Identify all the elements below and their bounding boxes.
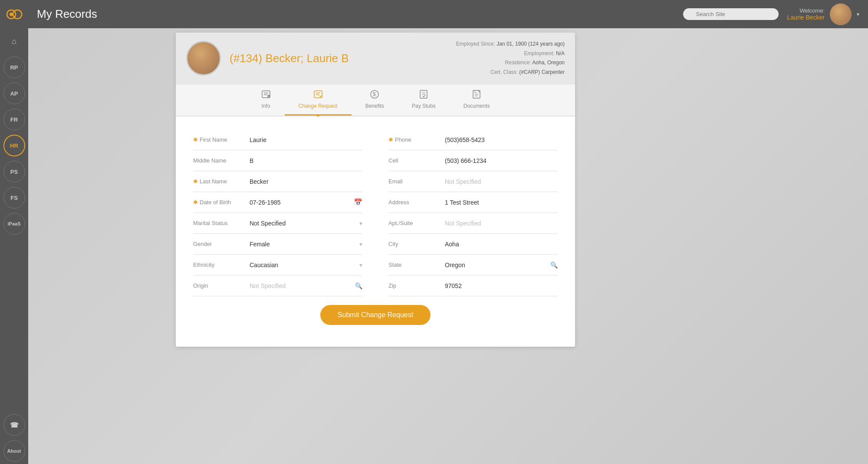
form-row-state: State Oregon 🔍 — [388, 255, 558, 275]
marital-status-dropdown[interactable]: ▾ — [359, 220, 362, 227]
tab-change-request[interactable]: Change Request — [285, 84, 352, 116]
form-row-zip: Zip 97052 — [388, 275, 558, 296]
form-left-column: ✱First Name Laurie Middle Name B ✱Last N… — [193, 129, 362, 296]
sidebar-item-home[interactable]: ⌂ — [3, 30, 25, 52]
welcome-text: Welcome: Laurie Becker — [787, 7, 825, 21]
address-value[interactable]: 1 Test Street — [445, 199, 558, 206]
profile-avatar — [186, 41, 221, 76]
sidebar-item-fr[interactable]: FR — [3, 109, 25, 130]
tab-pay-stubs-label: Pay Stubs — [412, 103, 436, 109]
tab-documents[interactable]: Documents — [450, 84, 504, 116]
submit-area: Submit Change Request — [193, 296, 558, 338]
user-name: Laurie Becker — [787, 14, 825, 21]
sidebar-item-ap[interactable]: AP — [3, 83, 25, 104]
form-row-city: City Aoha — [388, 234, 558, 255]
state-search-icon[interactable]: 🔍 — [550, 262, 558, 268]
sidebar-item-ps[interactable]: PS — [3, 161, 25, 182]
form-row-phone: ✱Phone (503)658-5423 — [388, 129, 558, 150]
logo-icon — [6, 6, 23, 23]
svg-point-2 — [13, 10, 22, 19]
profile-header: (#134) Becker; Laurie B Employed Since: … — [176, 33, 575, 84]
profile-name-section: (#134) Becker; Laurie B — [230, 52, 349, 65]
tab-change-request-label: Change Request — [299, 103, 338, 109]
form-row-dob: ✱Date of Birth 07-26-1985 📅 — [193, 192, 362, 213]
phone-value[interactable]: (503)658-5423 — [445, 136, 558, 143]
origin-search-icon[interactable]: 🔍 — [355, 282, 362, 289]
tab-bar: Info Change Request $ Benefits — [176, 84, 575, 116]
profile-name: (#134) Becker; Laurie B — [230, 52, 349, 65]
form-area: ✱First Name Laurie Middle Name B ✱Last N… — [176, 116, 575, 347]
search-container: 🔍 — [683, 8, 779, 20]
apt-suite-value[interactable]: Not Specified — [445, 220, 558, 227]
origin-value[interactable]: Not Specified — [250, 282, 355, 289]
first-name-value[interactable]: Laurie — [250, 136, 362, 143]
form-row-gender: Gender Female ▾ — [193, 234, 362, 255]
middle-name-value[interactable]: B — [250, 157, 362, 164]
logo-button[interactable] — [0, 0, 28, 28]
pay-stubs-icon — [419, 89, 428, 101]
profile-meta: Employed Since: Jan 01, 1900 (124 years … — [456, 40, 565, 77]
info-icon — [261, 89, 271, 101]
form-row-origin: Origin Not Specified 🔍 — [193, 275, 362, 296]
form-row-last-name: ✱Last Name Becker — [193, 171, 362, 192]
form-row-apt-suite: Apt./Suite Not Specified — [388, 213, 558, 234]
sidebar-item-phone[interactable]: ☎ — [3, 414, 25, 436]
cell-value[interactable]: (503) 666-1234 — [445, 157, 558, 164]
form-row-first-name: ✱First Name Laurie — [193, 129, 362, 150]
marital-status-value[interactable]: Not Specified — [250, 220, 359, 227]
documents-icon — [472, 89, 481, 101]
page-title: My Records — [37, 7, 683, 21]
app-header: My Records 🔍 Welcome: Laurie Becker ▾ — [28, 0, 868, 28]
tab-pay-stubs[interactable]: Pay Stubs — [398, 84, 450, 116]
gender-value[interactable]: Female — [250, 241, 359, 248]
record-card: (#134) Becker; Laurie B Employed Since: … — [176, 33, 575, 347]
main-content: My Records 🔍 Welcome: Laurie Becker ▾ — [28, 0, 868, 464]
tab-info[interactable]: Info — [247, 84, 285, 116]
email-value[interactable]: Not Specified — [445, 178, 558, 185]
tab-benefits-label: Benefits — [365, 103, 384, 109]
content-area: (#134) Becker; Laurie B Employed Since: … — [28, 28, 868, 464]
form-right-column: ✱Phone (503)658-5423 Cell (503) 666-1234… — [388, 129, 558, 296]
form-grid: ✱First Name Laurie Middle Name B ✱Last N… — [193, 129, 558, 296]
calendar-icon[interactable]: 📅 — [354, 198, 362, 206]
benefits-icon: $ — [370, 89, 379, 101]
submit-change-request-button[interactable]: Submit Change Request — [320, 305, 431, 325]
gender-dropdown[interactable]: ▾ — [359, 241, 362, 248]
last-name-value[interactable]: Becker — [250, 178, 362, 185]
sidebar-item-hr[interactable]: HR — [3, 135, 25, 156]
city-value[interactable]: Aoha — [445, 241, 558, 248]
tab-info-label: Info — [262, 103, 270, 109]
form-row-ethnicity: Ethnicity Caucasian ▾ — [193, 255, 362, 275]
ethnicity-value[interactable]: Caucasian — [250, 262, 359, 268]
tab-documents-label: Documents — [464, 103, 490, 109]
form-row-marital-status: Marital Status Not Specified ▾ — [193, 213, 362, 234]
avatar[interactable] — [830, 3, 852, 25]
required-star: ✱ — [193, 136, 198, 143]
sidebar-item-fs[interactable]: FS — [3, 187, 25, 209]
sidebar: ⌂ RP AP FR HR PS FS iPaaS ☎ About — [0, 0, 28, 464]
ethnicity-dropdown[interactable]: ▾ — [359, 262, 362, 268]
user-dropdown-arrow[interactable]: ▾ — [857, 11, 859, 17]
svg-text:$: $ — [373, 91, 376, 97]
sidebar-item-about[interactable]: About — [3, 440, 25, 462]
change-request-icon — [313, 89, 323, 101]
dob-value[interactable]: 07-26-1985 — [250, 199, 354, 206]
form-row-address: Address 1 Test Street — [388, 192, 558, 213]
user-area: Welcome: Laurie Becker ▾ — [787, 3, 859, 25]
tab-benefits[interactable]: $ Benefits — [352, 84, 398, 116]
form-row-middle-name: Middle Name B — [193, 150, 362, 171]
search-input[interactable] — [683, 8, 779, 20]
sidebar-item-ipaas[interactable]: iPaaS — [3, 213, 25, 235]
state-value[interactable]: Oregon — [445, 262, 550, 268]
sidebar-item-rp[interactable]: RP — [3, 56, 25, 78]
form-row-cell: Cell (503) 666-1234 — [388, 150, 558, 171]
zip-value[interactable]: 97052 — [445, 282, 558, 289]
form-row-email: Email Not Specified — [388, 171, 558, 192]
